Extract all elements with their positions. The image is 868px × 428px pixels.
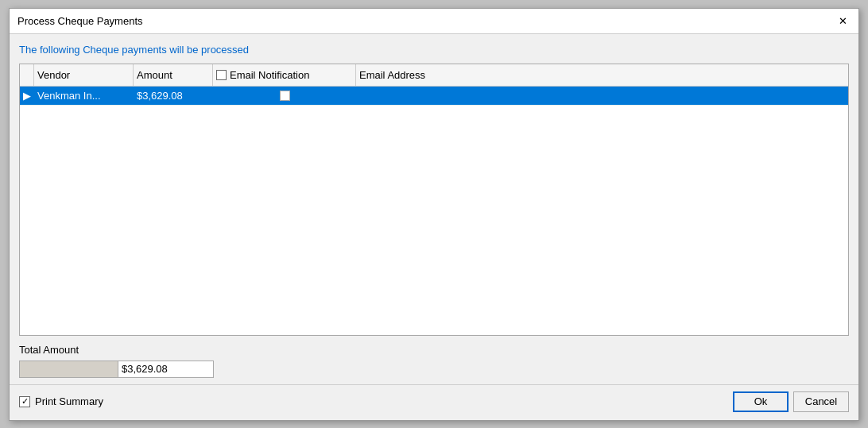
table-row[interactable]: ▶ Venkman In... $3,629.08 — [20, 87, 848, 106]
ok-button[interactable]: Ok — [733, 391, 789, 412]
title-bar: Process Cheque Payments ✕ — [10, 9, 858, 34]
row-expand-icon: ▶ — [23, 90, 31, 102]
col-arrow-header — [20, 64, 34, 86]
close-button[interactable]: ✕ — [835, 13, 851, 29]
col-amount-header: Amount — [134, 64, 213, 86]
dialog-body: The following Cheque payments will be pr… — [10, 34, 858, 384]
col-vendor-header: Vendor — [34, 64, 134, 86]
print-summary-checkbox[interactable]: ✓ — [19, 396, 30, 407]
footer: ✓ Print Summary Ok Cancel — [10, 384, 858, 420]
payments-table: Vendor Amount Email Notification Email A… — [19, 64, 849, 336]
total-value-bg — [19, 361, 118, 378]
row-amount: $3,629.08 — [134, 90, 213, 102]
table-header: Vendor Amount Email Notification Email A… — [20, 64, 848, 87]
total-label: Total Amount — [19, 342, 849, 357]
table-body: ▶ Venkman In... $3,629.08 — [20, 87, 848, 335]
col-email-addr-header: Email Address — [356, 64, 848, 86]
row-email-notif — [213, 91, 356, 101]
dialog-title: Process Cheque Payments — [17, 15, 143, 27]
total-section: Total Amount $3,629.08 — [19, 342, 849, 378]
close-icon: ✕ — [839, 15, 847, 27]
info-text: The following Cheque payments will be pr… — [19, 44, 849, 56]
col-email-notif-label: Email Notification — [230, 69, 309, 81]
print-summary-section: ✓ Print Summary — [19, 395, 103, 407]
cancel-button[interactable]: Cancel — [793, 391, 849, 412]
button-group: Ok Cancel — [733, 391, 849, 412]
email-notif-header-checkbox[interactable] — [216, 70, 227, 80]
print-checkmark-icon: ✓ — [21, 396, 29, 407]
col-email-notif-header: Email Notification — [213, 64, 356, 86]
total-value: $3,629.08 — [118, 361, 214, 378]
row-email-notif-checkbox[interactable] — [280, 91, 290, 101]
total-value-row: $3,629.08 — [19, 361, 849, 378]
print-summary-label: Print Summary — [35, 395, 103, 407]
row-vendor: Venkman In... — [34, 90, 134, 102]
process-cheque-dialog: Process Cheque Payments ✕ The following … — [9, 8, 859, 421]
row-arrow-icon: ▶ — [20, 87, 34, 105]
